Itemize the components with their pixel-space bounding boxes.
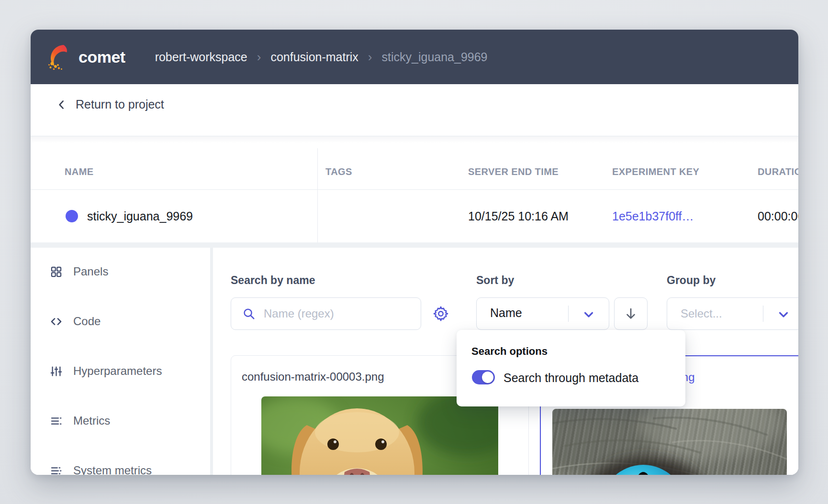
column-header-tags[interactable]: TAGS [325, 166, 352, 177]
experiment-sidebar: Panels Code Hyperparameters [31, 248, 210, 475]
sidebar-item-code[interactable]: Code [50, 309, 101, 334]
sidebar-item-metrics[interactable]: Metrics [50, 408, 110, 433]
breadcrumb-workspace[interactable]: robert-workspace [155, 50, 247, 64]
sliders-icon [50, 365, 63, 378]
return-bar: Return to project [31, 84, 798, 136]
search-options-button[interactable] [429, 302, 452, 325]
breadcrumb-project[interactable]: confusion-matrix [270, 50, 358, 64]
column-header-server-end-time[interactable]: SERVER END TIME [468, 166, 559, 177]
group-select[interactable]: Select... [667, 297, 798, 330]
search-metadata-toggle-label: Search through metadata [504, 371, 638, 385]
column-header-name[interactable]: NAME [65, 166, 94, 177]
search-metadata-toggle[interactable] [472, 370, 495, 384]
group-by-label: Group by [667, 274, 716, 287]
duration-cell: 00:00:00 [758, 209, 798, 223]
cat-eye-photo[interactable] [552, 409, 787, 475]
sidebar-item-label: System metrics [73, 464, 152, 475]
sort-select[interactable]: Name [476, 297, 609, 330]
select-divider [763, 306, 763, 322]
search-icon [242, 307, 256, 321]
arrow-down-icon [624, 307, 638, 321]
sort-direction-button[interactable] [614, 297, 648, 330]
experiment-key-link[interactable]: 1e5e1b37f0ff… [612, 209, 694, 223]
dog-photo[interactable] [261, 396, 498, 475]
dog-photo-art [261, 396, 498, 475]
sidebar-item-system-metrics[interactable]: System metrics [50, 458, 152, 475]
app-window: comet robert-workspace › confusion-matri… [31, 30, 798, 475]
return-to-project-button[interactable]: Return to project [56, 98, 164, 111]
gear-icon [432, 305, 449, 322]
search-options-title: Search options [471, 345, 548, 358]
section-divider [31, 242, 798, 248]
sidebar-item-panels[interactable]: Panels [50, 259, 108, 284]
system-metrics-lines-icon [50, 464, 63, 475]
search-by-name-field [231, 297, 421, 330]
chevron-down-icon [776, 307, 791, 322]
chevron-down-icon [582, 307, 596, 322]
search-input[interactable] [264, 307, 407, 320]
sort-by-label: Sort by [476, 274, 514, 287]
search-by-name-label: Search by name [231, 274, 315, 287]
grid-icon [50, 265, 63, 278]
breadcrumb-experiment: sticky_iguana_9969 [382, 50, 488, 64]
sidebar-item-label: Hyperparameters [73, 364, 162, 378]
metrics-lines-icon [50, 415, 63, 427]
server-end-time-cell: 10/15/25 10:16 AM [468, 209, 569, 223]
breadcrumb-separator-icon: › [257, 50, 261, 65]
code-icon [50, 315, 63, 328]
sort-select-value: Name [490, 306, 522, 320]
cat-photo-art [552, 409, 787, 475]
comet-logo[interactable]: comet [46, 43, 125, 71]
select-divider [568, 306, 569, 322]
experiment-row[interactable]: sticky_iguana_9969 10/15/25 10:16 AM 1e5… [31, 189, 798, 242]
comet-logo-icon [46, 43, 74, 71]
experiment-status-dot [66, 210, 78, 222]
sidebar-item-hyperparameters[interactable]: Hyperparameters [50, 359, 162, 383]
chevron-left-icon [56, 99, 68, 111]
experiments-table: NAME TAGS SERVER END TIME EXPERIMENT KEY… [31, 136, 798, 242]
search-options-popover: Search options Search through metadata [457, 330, 685, 406]
toggle-knob [482, 372, 493, 383]
breadcrumb-separator-icon: › [368, 50, 372, 65]
return-to-project-label: Return to project [76, 98, 164, 111]
sidebar-item-label: Code [73, 315, 101, 328]
column-header-duration[interactable]: DURATION [758, 166, 798, 177]
sidebar-item-label: Metrics [73, 414, 110, 427]
experiment-name: sticky_iguana_9969 [87, 209, 193, 223]
group-select-placeholder: Select... [681, 307, 722, 320]
breadcrumb: robert-workspace › confusion-matrix › st… [155, 50, 488, 65]
top-navigation-bar: comet robert-workspace › confusion-matri… [31, 30, 798, 84]
column-header-experiment-key[interactable]: EXPERIMENT KEY [612, 166, 699, 177]
sidebar-item-label: Panels [73, 265, 108, 278]
comet-logo-text: comet [78, 48, 125, 66]
